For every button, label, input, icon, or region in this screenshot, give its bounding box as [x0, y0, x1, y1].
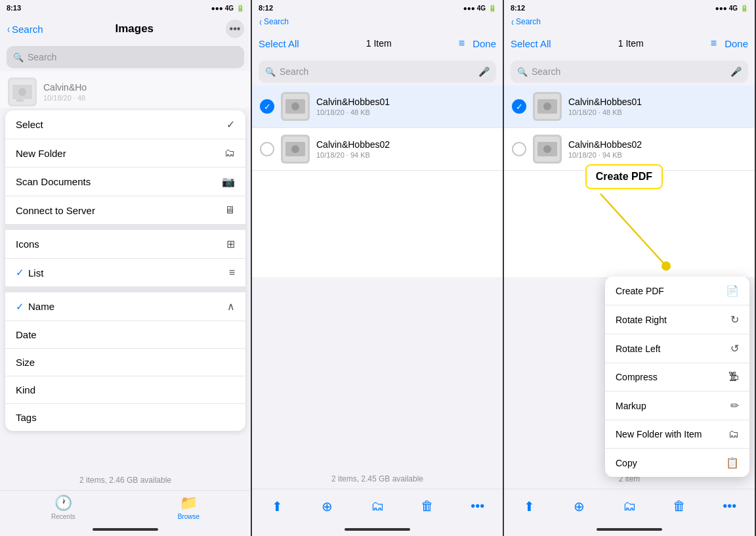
add-button-3[interactable]: ⊕	[568, 495, 591, 518]
select-icon: ✓	[226, 118, 235, 131]
svg-point-20	[662, 261, 671, 271]
battery-icon-3: 🔋	[740, 5, 748, 12]
done-button-3[interactable]: Done	[724, 38, 748, 49]
share-button-3[interactable]: ⬆	[517, 495, 541, 518]
file-name-1a: Calvin&Ho	[43, 82, 243, 93]
home-indicator-3	[504, 523, 755, 536]
signal-icon-1: ●●● 4G	[211, 5, 234, 12]
mic-icon-2: 🎤	[478, 66, 490, 77]
search-placeholder-2: Search	[280, 66, 308, 77]
menu-kind[interactable]: Kind	[5, 376, 245, 404]
action-create-pdf-label: Create PDF	[616, 286, 664, 296]
file-info-1a: Calvin&Ho 10/18/20 · 48	[43, 82, 243, 102]
icons-view-icon: ⊞	[226, 238, 235, 250]
back-link-2[interactable]: ‹ Search	[259, 15, 289, 29]
menu-tags[interactable]: Tags	[5, 404, 245, 431]
menu-size[interactable]: Size	[5, 349, 245, 376]
share-button-2[interactable]: ⬆	[265, 495, 289, 518]
radio-3b[interactable]	[512, 142, 526, 156]
callout-box: Create PDF	[585, 164, 663, 189]
search-icon-3: 🔍	[517, 67, 528, 77]
search-bar-3[interactable]: 🔍 Search 🎤	[511, 60, 748, 83]
file-name-3b: Calvin&Hobbes02	[568, 139, 747, 150]
action-markup[interactable]: Markup ✏	[605, 391, 749, 420]
file-meta-3b: 10/18/20 · 94 KB	[568, 151, 747, 159]
done-button-2[interactable]: Done	[472, 38, 496, 49]
radio-3a[interactable]: ✓	[512, 99, 526, 114]
svg-point-2	[18, 88, 26, 96]
action-rotate-left[interactable]: Rotate Left ↺	[605, 334, 749, 363]
menu-scan[interactable]: Scan Documents 📷	[5, 168, 245, 196]
back-arrow-3: ‹	[511, 15, 514, 29]
file-meta-2a: 10/18/20 · 48 KB	[316, 108, 495, 116]
file-meta-3a: 10/18/20 · 48 KB	[568, 108, 747, 116]
file-item-3a[interactable]: ✓ Calvin&Hobbes01 10/18/20 · 48 KB	[504, 85, 755, 128]
recents-icon: 🕐	[54, 495, 72, 512]
action-copy-label: Copy	[616, 458, 637, 468]
back-link-3[interactable]: ‹ Search	[511, 15, 541, 29]
select-bar-3: Select All 1 Item ≡ Done	[504, 29, 755, 58]
radio-2a[interactable]: ✓	[260, 99, 274, 114]
file-item-2a[interactable]: ✓ Calvin&Hobbes01 10/18/20 · 48 KB	[252, 85, 503, 128]
trash-button-2[interactable]: 🗑	[415, 495, 439, 518]
more-button-3[interactable]: •••	[718, 495, 742, 518]
menu-select[interactable]: Select ✓	[5, 110, 245, 139]
trash-button-3[interactable]: 🗑	[667, 495, 691, 518]
action-rotate-left-label: Rotate Left	[616, 344, 661, 354]
file-meta-1a: 10/18/20 · 48	[43, 94, 243, 102]
menu-list-check: ✓	[16, 267, 24, 279]
list-icon-2[interactable]: ≡	[459, 37, 465, 49]
action-create-pdf[interactable]: Create PDF 📄	[605, 277, 749, 305]
svg-line-19	[600, 194, 666, 266]
menu-icons[interactable]: Icons ⊞	[5, 230, 245, 259]
file-item-1a[interactable]: IMG Calvin&Ho 10/18/20 · 48	[0, 71, 251, 108]
battery-icon-2: 🔋	[488, 5, 496, 12]
search-bar-2[interactable]: 🔍 Search 🎤	[259, 60, 496, 83]
compress-icon: 🗜	[728, 371, 739, 383]
action-copy[interactable]: Copy 📋	[605, 449, 749, 477]
menu-list-label: List	[28, 267, 229, 279]
select-all-2[interactable]: Select All	[259, 38, 299, 49]
folder-button-2[interactable]: 🗂	[366, 495, 389, 518]
name-sort-icon: ∧	[227, 300, 235, 313]
file-thumb-3a	[533, 92, 562, 121]
radio-2b[interactable]	[260, 142, 274, 156]
tab-bar-1: 🕐 Recents 📁 Browse	[0, 490, 251, 523]
add-button-2[interactable]: ⊕	[316, 495, 339, 518]
more-button-2[interactable]: •••	[466, 495, 490, 518]
menu-name-check: ✓	[16, 301, 24, 313]
menu-tags-label: Tags	[16, 412, 37, 423]
file-item-2b[interactable]: Calvin&Hobbes02 10/18/20 · 94 KB	[252, 128, 503, 171]
tab-recents-label: Recents	[51, 513, 75, 520]
home-indicator-2	[252, 523, 503, 536]
new-folder-icon: 🗂	[224, 147, 235, 159]
search-bar-1[interactable]: 🔍 Search	[7, 46, 244, 68]
tab-browse-label: Browse	[178, 513, 200, 520]
menu-name[interactable]: ✓ Name ∧	[5, 292, 245, 321]
item-count-2: 1 Item	[366, 38, 392, 49]
back-label-1: Search	[12, 24, 43, 35]
folder-button-3[interactable]: 🗂	[618, 495, 641, 518]
action-rotate-right[interactable]: Rotate Right ↻	[605, 305, 749, 334]
status-bar-2: 8:12 ●●● 4G 🔋	[252, 0, 503, 14]
select-all-3[interactable]: Select All	[511, 38, 551, 49]
back-arrow-1: ‹	[7, 22, 10, 36]
action-compress[interactable]: Compress 🗜	[605, 363, 749, 391]
tab-browse[interactable]: 📁 Browse	[165, 493, 213, 522]
back-button-1[interactable]: ‹ Search	[7, 22, 43, 36]
callout-arrow	[600, 194, 679, 279]
time-2: 8:12	[259, 4, 273, 12]
back-label-2: Search	[264, 17, 289, 26]
menu-new-folder[interactable]: New Folder 🗂	[5, 139, 245, 168]
menu-connect[interactable]: Connect to Server 🖥	[5, 196, 245, 225]
status-bar-3: 8:12 ●●● 4G 🔋	[504, 0, 755, 14]
signal-icon-2: ●●● 4G	[463, 5, 486, 12]
tab-recents[interactable]: 🕐 Recents	[38, 493, 89, 522]
list-icon-3[interactable]: ≡	[711, 37, 717, 49]
menu-date[interactable]: Date	[5, 321, 245, 349]
more-button-1[interactable]: •••	[226, 20, 244, 38]
status-icons-1: ●●● 4G 🔋	[211, 5, 244, 12]
action-new-folder-item[interactable]: New Folder with Item 🗂	[605, 420, 749, 449]
connect-icon: 🖥	[224, 204, 235, 216]
menu-list[interactable]: ✓ List ≡	[5, 259, 245, 287]
